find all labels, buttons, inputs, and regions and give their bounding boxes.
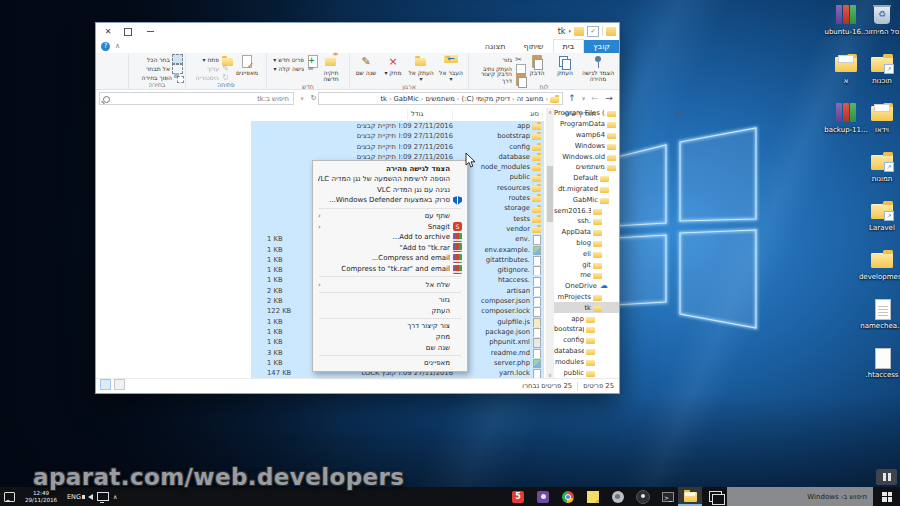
taskbar-app-terminal-icon[interactable]: >_ (656, 487, 680, 506)
details-view-button[interactable] (100, 379, 111, 390)
taskbar-clock[interactable]: 12:49 29/11/2016 (19, 490, 63, 503)
tree-item[interactable]: Program Files (x86) (554, 108, 619, 119)
breadcrumb-item[interactable]: tk (380, 95, 387, 103)
menu-item[interactable]: Compress and email... (313, 253, 467, 264)
menu-item[interactable]: מאפיינים (313, 358, 467, 369)
start-button[interactable] (875, 487, 899, 506)
tree-item[interactable]: GabMic (554, 194, 619, 205)
ribbon-button[interactable]: מאפיינים (230, 54, 264, 76)
tree-item[interactable]: blog (554, 238, 619, 249)
menu-item[interactable]: סרוק באמצעות Windows Defender... (313, 195, 467, 206)
taskbar-app-sticky-notes-icon[interactable] (581, 487, 605, 506)
taskbar-app-gray-app-icon[interactable] (606, 487, 630, 506)
menu-item[interactable]: נגינה עם נגן המדיה VLC (313, 185, 467, 196)
taskbar-app-purple-app-icon[interactable] (531, 487, 555, 506)
tree-item[interactable]: database (554, 346, 619, 357)
tree-item[interactable]: Windows.old (554, 151, 619, 162)
search-input[interactable] (100, 93, 293, 104)
tree-item[interactable]: app (554, 313, 619, 324)
desktop-icon[interactable]: ubuntu-16... (822, 4, 870, 36)
scroll-up-icon[interactable]: ∧ (546, 108, 554, 116)
tab-תצוגה[interactable]: תצוגה (476, 40, 515, 54)
hidden-icons-chevron[interactable]: ∧ (113, 493, 117, 500)
ribbon-button[interactable]: הפוך בחירה (131, 73, 183, 81)
tree-item[interactable]: public (554, 367, 619, 378)
new-folder-qat-icon[interactable] (574, 27, 584, 36)
column-header-size[interactable]: גודל (407, 109, 452, 120)
maximize-button[interactable] (120, 26, 136, 37)
desktop-icon[interactable]: .htaccess (858, 347, 900, 379)
tree-item[interactable]: ssh. (554, 216, 619, 227)
tree-item[interactable]: me (554, 270, 619, 281)
desktop-icon[interactable]: namechea... (858, 298, 900, 330)
large-icons-view-button[interactable] (114, 379, 125, 390)
ribbon-button[interactable]: העבר אל ▾ (436, 54, 466, 83)
tree-item[interactable]: ☁OneDrive (554, 281, 619, 292)
taskbar-app-chrome-icon[interactable] (556, 487, 580, 506)
desktop-icon[interactable]: ↗תמונות (858, 151, 900, 183)
menu-item[interactable]: הצמד לגישה מהירה (313, 163, 467, 174)
language-indicator[interactable]: ENG (67, 493, 81, 501)
volume-icon[interactable] (85, 494, 93, 500)
tab-בית[interactable]: בית (553, 39, 585, 53)
tree-item[interactable]: משתמשים (554, 162, 619, 173)
breadcrumb[interactable]: ‹מחשב זה‹דיסק מקומי (C:)‹משתמשים‹GabMic‹… (318, 92, 563, 105)
ribbon-button[interactable]: ✎ערוך (188, 64, 230, 72)
minimize-button[interactable] (142, 26, 158, 37)
tab-שיתוף[interactable]: שיתוף (515, 40, 553, 54)
ribbon-collapse-icon[interactable]: ∧ (115, 42, 120, 50)
tree-item[interactable]: Default (554, 173, 619, 184)
breadcrumb-item[interactable]: GabMic (394, 95, 419, 103)
up-button[interactable]: ↑ (566, 92, 578, 105)
ribbon-button[interactable]: הדבק קיצור דרך (471, 73, 523, 81)
close-button[interactable]: ✕ (100, 26, 116, 37)
tree-item[interactable]: bootstrap (554, 324, 619, 335)
scrollbar-thumb[interactable] (547, 166, 553, 222)
menu-item[interactable]: מחק (313, 332, 467, 343)
tree-item[interactable]: config (554, 335, 619, 346)
taskbar-app-file-explorer-icon[interactable] (678, 487, 702, 506)
ribbon-button[interactable]: העתק אל ▾ (406, 54, 436, 83)
taskbar-app-red-app-icon[interactable]: 5 (506, 487, 530, 506)
ribbon-button[interactable]: הצמד לגישה מהירה (579, 54, 617, 83)
menu-item[interactable]: Add to "tk.rar" (313, 243, 467, 254)
table-row[interactable]: app27/11/2016 00:09תיקיית קבצים (251, 121, 544, 131)
action-center-icon[interactable] (4, 492, 15, 502)
qat-customize-caret[interactable]: ▾ (568, 28, 571, 34)
tree-item[interactable]: ProgramData (554, 119, 619, 130)
search-box[interactable] (99, 92, 294, 105)
tree-item[interactable]: AppData (554, 227, 619, 238)
ribbon-button[interactable]: אל תבחר (131, 64, 183, 72)
menu-item[interactable]: Add to archive... (313, 232, 467, 243)
pause-button[interactable] (876, 469, 897, 485)
ribbon-button[interactable]: ×מחק ▾ (380, 54, 406, 76)
ribbon-button[interactable]: ✎שנה שם (352, 54, 380, 76)
tree-scrollbar[interactable]: ∧ ∨ (546, 108, 554, 379)
breadcrumb-item[interactable]: משתמשים (425, 95, 454, 103)
menu-item[interactable]: העתק (313, 306, 467, 317)
table-row[interactable]: config27/11/2016 00:09תיקיית קבצים (251, 142, 544, 152)
ribbon-button[interactable]: ≡גישה קלה ▾ (269, 64, 315, 72)
tree-item[interactable]: mProjects (554, 292, 619, 303)
refresh-icon[interactable]: ↻ (308, 92, 319, 105)
taskbar-search[interactable]: חיפוש ב- Windows (727, 487, 873, 506)
taskbar-app-task-view-icon[interactable] (703, 487, 727, 506)
ribbon-button[interactable]: הדבק (523, 54, 551, 76)
tree-item[interactable]: Windows (554, 140, 619, 151)
menu-item[interactable]: Compress to "tk.rar" and email (313, 264, 467, 275)
menu-item[interactable]: הוספה לרשימת ההשמעה של נגן המדיה VLC (313, 174, 467, 185)
forward-button[interactable]: ← (589, 92, 601, 105)
desktop-icon[interactable]: backup-11... (822, 102, 870, 134)
ribbon-button[interactable]: ↻היסטוריה (188, 73, 230, 81)
desktop-icon[interactable]: ↗Laravel (858, 200, 900, 232)
menu-item[interactable]: שלח אל‹ (313, 279, 467, 290)
table-row[interactable]: bootstrap27/11/2016 00:09תיקיית קבצים (251, 131, 544, 141)
ribbon-button[interactable]: תיקיה חדשה (315, 54, 347, 83)
breadcrumb-item[interactable]: מחשב זה (517, 95, 544, 103)
ribbon-button[interactable]: פריט חדש ▾ (269, 55, 315, 63)
address-dropdown-caret[interactable]: ∨ (297, 92, 307, 105)
taskbar-app-dark-app-icon[interactable] (631, 487, 655, 506)
tree-item[interactable]: sem2016.3. (554, 205, 619, 216)
ribbon-button[interactable]: פתח ▾ (188, 55, 230, 63)
menu-item[interactable]: גזור (313, 295, 467, 306)
